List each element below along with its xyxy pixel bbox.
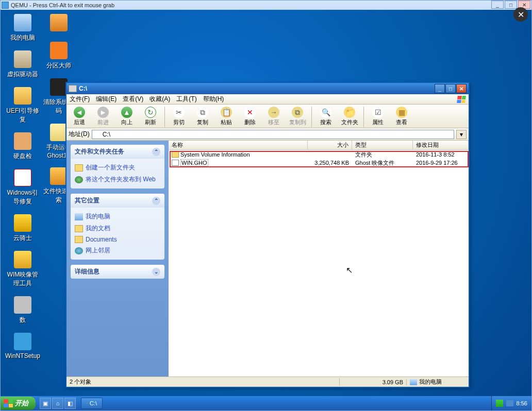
- data-rec-icon: [14, 296, 31, 314]
- delete-button[interactable]: ✕删除: [239, 106, 261, 126]
- desktop-icon-cloud-knight[interactable]: 云骑士: [5, 214, 41, 243]
- search-button[interactable]: 🔍搜索: [315, 106, 337, 126]
- moveto-button[interactable]: →移至: [263, 106, 285, 126]
- chevron-up-icon: ⌃: [152, 197, 160, 205]
- col-name[interactable]: 名称: [169, 141, 308, 149]
- computer-icon: [75, 213, 83, 220]
- chevron-down-icon: ⌄: [152, 268, 160, 276]
- taskbar-item-explorer[interactable]: C:\: [81, 398, 103, 409]
- qemu-app-icon: [2, 2, 9, 9]
- forward-button[interactable]: ►前进: [92, 106, 114, 126]
- file-date: 2016-11-3 8:52: [413, 151, 469, 158]
- clear-pw-icon: [50, 78, 68, 96]
- file-search-icon: [50, 167, 68, 185]
- file-list-pane: 名称 大小 类型 修改日期 System Volume Information文…: [169, 141, 469, 376]
- partition-icon: [50, 42, 68, 59]
- drive-icon: [87, 403, 88, 404]
- link-network[interactable]: 网上邻居: [75, 245, 160, 256]
- tray-clock[interactable]: 8:56: [517, 400, 527, 406]
- file-row[interactable]: WIN.GHO3,250,748 KBGhost 映像文件2016-9-29 1…: [169, 159, 469, 167]
- explorer-minimize-button[interactable]: _: [435, 84, 445, 93]
- cut-button[interactable]: ✂剪切: [168, 106, 190, 126]
- ql-desktop-icon[interactable]: ⌂: [52, 398, 63, 409]
- menu-favorites[interactable]: 收藏(A): [149, 95, 170, 104]
- desktop-icon-win-boot-fix[interactable]: Widnows引导修复: [5, 169, 41, 206]
- overlay-close-button[interactable]: ✕: [513, 7, 528, 22]
- windows-flag-icon: [4, 399, 13, 407]
- explorer-title-text: C:\: [79, 85, 87, 92]
- desktop-icon-hd-check[interactable]: 硬盘检: [5, 132, 41, 161]
- col-type[interactable]: 类型: [352, 141, 413, 149]
- details-panel: 详细信息 ⌄: [71, 265, 164, 279]
- address-label: 地址(D): [69, 130, 90, 139]
- ql-cmd-icon[interactable]: ▣: [40, 398, 51, 409]
- desktop-icon-wim-tool[interactable]: WIM映像管理工具: [5, 251, 41, 288]
- other-places-header[interactable]: 其它位置 ⌃: [71, 194, 164, 208]
- globe-icon: [75, 176, 83, 183]
- link-my-documents[interactable]: 我的文档: [75, 222, 160, 234]
- desktop-icon-partition[interactable]: 分区大师: [41, 42, 77, 70]
- task-publish-web[interactable]: 将这个文件夹发布到 Web: [75, 174, 160, 185]
- desktop-icon-label: 分区大师: [46, 61, 71, 70]
- explorer-maximize-button[interactable]: □: [445, 84, 456, 93]
- explorer-close-button[interactable]: ✕: [456, 84, 467, 93]
- status-objects: 2 个对象: [66, 378, 340, 386]
- system-tray: 8:56: [491, 396, 531, 410]
- refresh-button[interactable]: ↻刷新: [140, 106, 161, 126]
- ql-app-icon[interactable]: ◧: [64, 398, 76, 409]
- start-button[interactable]: 开始: [1, 397, 36, 410]
- folder-icon: [75, 225, 83, 232]
- details-panel-header[interactable]: 详细信息 ⌄: [71, 265, 164, 279]
- desktop-icon-label: 我的电脑: [10, 33, 35, 42]
- link-my-computer[interactable]: 我的电脑: [75, 211, 160, 222]
- qemu-title-text: QEMU - Press Ctrl-Alt to exit mouse grab: [11, 2, 114, 8]
- qemu-minimize-button[interactable]: _: [491, 1, 504, 9]
- menu-file[interactable]: 文件(F): [70, 95, 90, 104]
- status-size: 3.09 GB: [340, 379, 407, 385]
- taskbar: 开始 ▣ ⌂ ◧ C:\ 8:56: [1, 396, 531, 410]
- desktop-icon-uefi-repair[interactable]: UEFI引导修复: [5, 87, 41, 124]
- address-input[interactable]: [92, 130, 454, 139]
- desktop-icon-label: Widnows引导修复: [5, 189, 41, 206]
- tray-display-icon[interactable]: [506, 400, 513, 406]
- virt-drive-icon: [14, 50, 31, 68]
- tray-shield-icon[interactable]: [496, 400, 503, 407]
- desktop-icon-guide[interactable]: [41, 14, 77, 33]
- folder-icon: [75, 236, 83, 243]
- desktop-icon-my-computer[interactable]: 我的电脑: [5, 14, 41, 42]
- desktop-icon-data-rec[interactable]: 数: [5, 296, 41, 324]
- folders-button[interactable]: 📁文件夹: [339, 106, 360, 126]
- qemu-maximize-button[interactable]: □: [505, 1, 517, 9]
- computer-icon: [410, 379, 417, 385]
- link-documents[interactable]: Documents: [75, 234, 160, 245]
- menu-help[interactable]: 帮助(H): [203, 95, 224, 104]
- ghost12-icon: [50, 124, 68, 141]
- back-button[interactable]: ◄后退: [69, 106, 90, 126]
- task-panel: 文件和文件夹任务 ⌃ 创建一个新文件夹 将这个文件夹发布到 Web: [71, 145, 164, 189]
- up-button[interactable]: ▲向上: [116, 106, 138, 126]
- desktop-icon-virt-drive[interactable]: 虚拟驱动器: [5, 50, 41, 79]
- drive-icon: [69, 85, 77, 92]
- address-go-button[interactable]: ▾: [456, 130, 467, 139]
- desktop-icon-label: WinNTSetup: [5, 352, 40, 359]
- explorer-window: C:\ _ □ ✕ 文件(F) 编辑(E) 查看(V) 收藏(A) 工具(T) …: [65, 82, 470, 388]
- col-size[interactable]: 大小: [308, 141, 352, 149]
- col-date[interactable]: 修改日期: [413, 141, 469, 149]
- copy-button[interactable]: ⧉复制: [192, 106, 213, 126]
- desktop-icon-label: 硬盘检: [13, 152, 32, 161]
- menu-view[interactable]: 查看(V): [123, 95, 143, 104]
- chevron-up-icon: ⌃: [152, 148, 160, 156]
- menu-edit[interactable]: 编辑(E): [96, 95, 117, 104]
- file-type: 文件夹: [352, 151, 413, 159]
- file-row[interactable]: System Volume Information文件夹2016-11-3 8:…: [169, 150, 469, 159]
- task-panel-header[interactable]: 文件和文件夹任务 ⌃: [71, 145, 164, 159]
- explorer-titlebar[interactable]: C:\ _ □ ✕: [66, 83, 469, 94]
- desktop-icon-winnt-setup[interactable]: WinNTSetup: [5, 333, 41, 359]
- views-button[interactable]: ▦查看: [391, 106, 412, 126]
- properties-button[interactable]: ☑属性: [367, 106, 389, 126]
- copyto-button[interactable]: ⧉复制到: [287, 106, 308, 126]
- paste-button[interactable]: 📋粘贴: [215, 106, 237, 126]
- menu-tools[interactable]: 工具(T): [176, 95, 196, 104]
- file-size: 3,250,748 KB: [308, 160, 352, 166]
- task-new-folder[interactable]: 创建一个新文件夹: [75, 162, 160, 174]
